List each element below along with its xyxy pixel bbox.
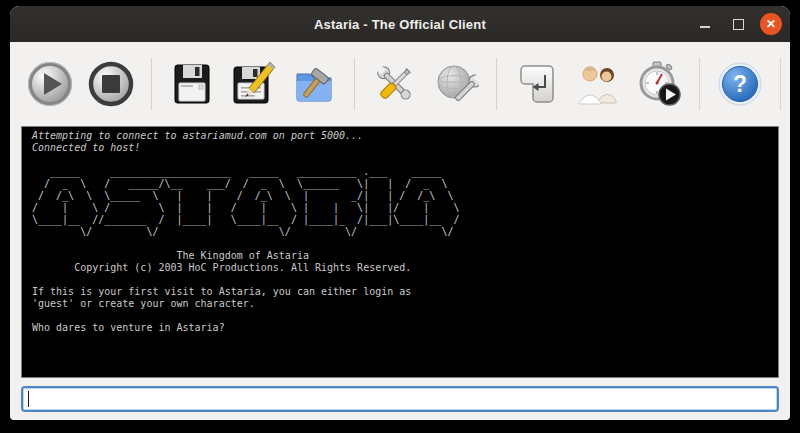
network-settings-button[interactable] [432,60,480,108]
window-controls: ✕ [694,6,782,42]
toolbar-separator [699,58,700,110]
app-window: Astaria - The Official Client ✕ [10,6,790,420]
toolbar-separator [151,58,152,110]
timers-button[interactable] [635,60,683,108]
play-icon [27,61,73,107]
disconnect-button[interactable] [87,60,135,108]
titlebar[interactable]: Astaria - The Official Client ✕ [10,6,790,42]
maximize-button[interactable] [727,13,749,35]
window-title: Astaria - The Official Client [314,17,486,32]
floppy-pencil-icon [230,61,276,107]
floppy-disk-icon [169,61,215,107]
crossed-tools-icon [372,61,418,107]
stopwatch-play-icon [636,61,682,107]
astaria-ascii-logo: _____ ____________________ _____ _______… [32,166,778,238]
toolbar-separator [780,58,781,110]
toolbar: ? [10,42,790,126]
command-input[interactable] [21,386,779,412]
input-row [21,386,779,412]
connection-status-lines: Attempting to connect to astariamud.com … [32,130,778,154]
minimize-icon [700,26,710,28]
connect-button[interactable] [26,60,74,108]
svg-text:?: ? [733,71,747,97]
load-script-button[interactable] [168,60,216,108]
macro-keys-button[interactable] [513,60,561,108]
terminal-output: Attempting to connect to astariamud.com … [21,126,779,378]
stop-icon [88,61,134,107]
close-button[interactable]: ✕ [760,13,782,35]
globe-wrench-icon [433,61,479,107]
maximize-icon [733,19,744,30]
close-icon: ✕ [766,18,776,30]
enter-key-icon [514,61,560,107]
toolbar-separator [496,58,497,110]
welcome-text: The Kingdom of Astaria Copyright (c) 200… [32,250,778,334]
minimize-button[interactable] [694,13,716,35]
script-tools-button[interactable] [290,60,338,108]
question-mark-icon: ? [717,61,763,107]
characters-button[interactable] [574,60,622,108]
two-users-icon [575,61,621,107]
help-button[interactable]: ? [716,60,764,108]
edit-script-button[interactable] [229,60,277,108]
text-caret [28,391,29,407]
preferences-button[interactable] [371,60,419,108]
folder-hammer-icon [291,61,337,107]
toolbar-separator [354,58,355,110]
